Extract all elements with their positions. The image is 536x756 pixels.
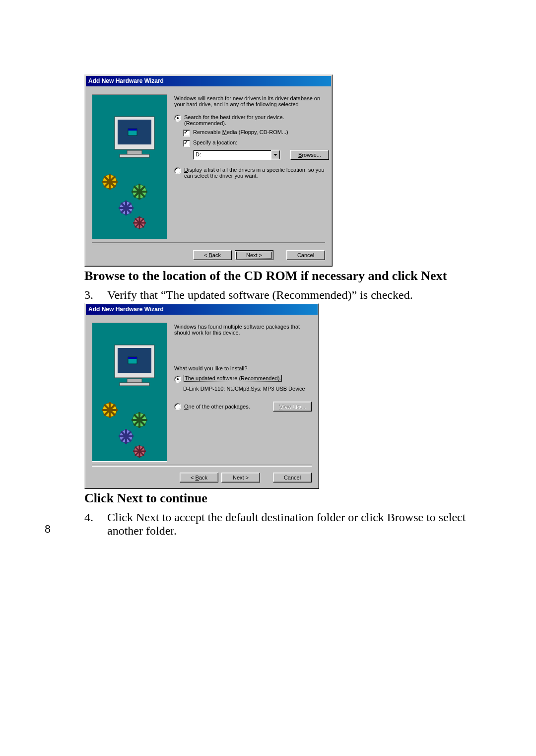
radio-icon xyxy=(174,167,181,174)
radio-icon xyxy=(174,403,181,410)
view-list-button: View List... xyxy=(273,402,312,412)
radio-label: Display a list of all the drivers in a s… xyxy=(184,167,329,179)
cancel-button[interactable]: Cancel xyxy=(286,250,325,260)
dialog-title: Add New Hardware Wizard xyxy=(86,304,318,315)
next-button[interactable]: Next > xyxy=(221,473,260,482)
checkbox-removable-media[interactable]: Removable Media (Floppy, CD-ROM...) xyxy=(183,129,329,137)
radio-search-best-driver[interactable]: Search for the best driver for your devi… xyxy=(174,114,329,126)
instruction-browse: Browse to the location of the CD ROM if … xyxy=(84,269,491,283)
chevron-down-icon[interactable] xyxy=(271,150,280,159)
checkbox-specify-location[interactable]: Specify a location: xyxy=(183,139,329,147)
page-number: 8 xyxy=(45,522,51,536)
wizard-art-icon xyxy=(92,323,167,462)
back-button[interactable]: < Back xyxy=(193,250,232,260)
checkbox-icon xyxy=(183,140,190,147)
dialog-title: Add New Hardware Wizard xyxy=(86,76,331,86)
location-combobox[interactable]: D: xyxy=(193,150,280,160)
hardware-wizard-dialog-2: Add New Hardware Wizard Windows has foun… xyxy=(84,303,319,489)
dialog-question: What would you like to install? xyxy=(174,365,312,371)
next-button[interactable]: Next > xyxy=(235,250,273,260)
dialog-intro-text: Windows has found multiple software pack… xyxy=(174,324,312,336)
step-3: 3. Verify that “The updated software (Re… xyxy=(84,288,491,302)
back-button[interactable]: < Back xyxy=(180,473,218,482)
radio-label: The updated software (Recommended). xyxy=(184,375,281,381)
instruction-click-next: Click Next to continue xyxy=(84,491,491,506)
location-value: D: xyxy=(194,150,271,159)
radio-other-packages[interactable]: One of the other packages. View List... xyxy=(174,402,312,412)
dialog-intro-text: Windows will search for new drivers in i… xyxy=(174,95,329,107)
browse-button[interactable]: Browse... xyxy=(290,150,329,160)
checkbox-icon xyxy=(183,130,190,137)
hardware-wizard-dialog-1: Add New Hardware Wizard Windows will sea… xyxy=(84,74,333,267)
radio-icon xyxy=(174,376,181,383)
cancel-button[interactable]: Cancel xyxy=(273,473,312,482)
radio-display-list[interactable]: Display a list of all the drivers in a s… xyxy=(174,167,329,179)
wizard-art-icon xyxy=(92,94,167,239)
step-4: 4. Click Next to accept the default dest… xyxy=(84,511,491,538)
radio-label-rec: (Recommended). xyxy=(184,120,226,126)
device-name-text: D-Link DMP-110: NtJCMp3.Sys: MP3 USB Dev… xyxy=(183,386,312,392)
radio-label: One of the other packages. xyxy=(184,404,250,410)
radio-updated-software[interactable]: The updated software (Recommended). xyxy=(174,375,312,383)
checkbox-label: Specify a location: xyxy=(193,139,237,145)
radio-label: Search for the best driver for your devi… xyxy=(184,114,284,120)
radio-icon xyxy=(174,115,181,122)
checkbox-label: Removable Media (Floppy, CD-ROM...) xyxy=(193,129,288,135)
